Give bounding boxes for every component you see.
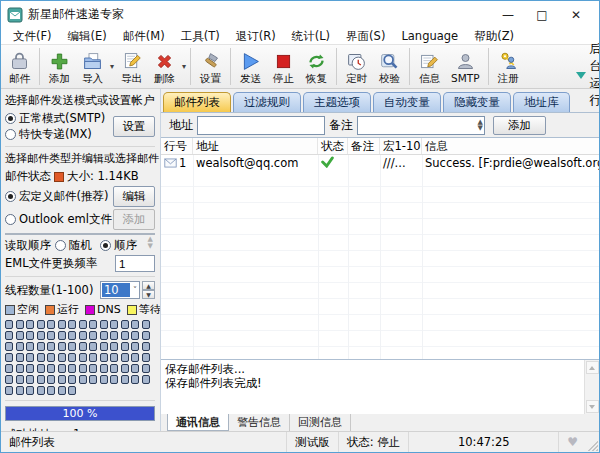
log-scrollbar[interactable] <box>584 360 599 414</box>
maximize-button[interactable]: □ <box>525 4 559 26</box>
eml-file-listbox[interactable]: ▲▼ <box>5 233 155 235</box>
col-info[interactable]: 信息 <box>422 138 599 154</box>
thread-count-select[interactable]: 10 ˅ <box>100 281 140 299</box>
row-number: 1 <box>179 156 186 170</box>
verify-button[interactable]: 校验 <box>373 46 406 87</box>
window-title: 新星邮件速递专家 <box>28 6 491 23</box>
add-button[interactable]: 添加 <box>43 46 76 87</box>
col-note[interactable]: 备注 <box>348 138 380 154</box>
thread-cell <box>47 364 55 373</box>
menu-mail[interactable]: 邮件(M) <box>115 29 173 44</box>
scroll-up-icon[interactable] <box>586 361 599 374</box>
eml-frequency-input[interactable] <box>115 255 155 272</box>
tab-comm-info[interactable]: 通讯信息 <box>167 414 229 431</box>
scroll-down-icon[interactable] <box>586 400 599 413</box>
thread-cell <box>58 364 66 373</box>
timer-button[interactable]: 定时 <box>340 46 373 87</box>
delete-button[interactable]: 删除 <box>148 46 181 87</box>
thread-cell <box>26 331 34 340</box>
close-button[interactable]: ✕ <box>559 4 593 26</box>
app-window: 新星邮件速递专家 — □ ✕ 文件(F) 编辑(E) 邮件(M) 工具(T) 退… <box>0 0 600 453</box>
import-button[interactable]: 导入 <box>76 46 109 87</box>
thread-cell <box>5 320 13 329</box>
menu-file[interactable]: 文件(F) <box>5 29 60 44</box>
tab-feedback-info[interactable]: 回测信息 <box>290 414 351 431</box>
toolbar-separator <box>39 48 40 85</box>
thread-cell <box>100 342 108 351</box>
minimize-button[interactable]: — <box>491 4 525 26</box>
menu-help[interactable]: 帮助(Z) <box>466 29 522 44</box>
thread-cell <box>79 353 87 362</box>
thread-cell <box>131 375 139 384</box>
status-left: 邮件列表 <box>1 432 287 452</box>
register-button[interactable]: 注册 <box>492 46 525 87</box>
tab-hidden-variables[interactable]: 隐藏变量 <box>443 92 511 112</box>
tab-subject-options[interactable]: 主题选项 <box>303 92 371 112</box>
tab-address-library[interactable]: 地址库 <box>513 92 570 112</box>
mail-button[interactable]: 邮件 <box>3 46 36 87</box>
col-address[interactable]: 地址 <box>193 138 318 154</box>
info-button[interactable]: 信息 <box>413 46 446 87</box>
triangle-down-icon <box>576 72 586 79</box>
col-row-no[interactable]: 行号 <box>161 138 193 154</box>
thread-cell <box>121 320 129 329</box>
thread-cell <box>110 331 118 340</box>
note-spinner-icon[interactable]: ▲▼ <box>478 119 483 131</box>
read-order-row: 读取顺序 随机 顺序 <box>5 238 155 253</box>
radio-express-mode[interactable]: 特快专递(MX) <box>5 127 113 142</box>
thread-count-stepper[interactable]: ▲▼ <box>142 281 155 299</box>
waiting-color-chip <box>127 305 137 315</box>
delete-dropdown-icon[interactable]: ▾ <box>181 46 187 87</box>
radio-normal-mode[interactable]: 正常模式(SMTP) <box>5 111 113 126</box>
menu-unsubscribe[interactable]: 退订(R) <box>228 29 284 44</box>
thread-cell <box>58 386 66 395</box>
thread-cell <box>37 320 45 329</box>
export-button[interactable]: 导出 <box>115 46 148 87</box>
resume-icon <box>306 51 327 72</box>
log-panel: 保存邮件列表... 保存邮件列表完成! <box>161 359 599 414</box>
radio-sequential[interactable] <box>100 240 111 251</box>
smtp-icon <box>455 51 476 72</box>
thread-cell <box>37 331 45 340</box>
menu-bar: 文件(F) 编辑(E) 邮件(M) 工具(T) 退订(R) 统计(L) 界面(S… <box>1 28 599 45</box>
tab-mail-list[interactable]: 邮件列表 <box>163 92 231 112</box>
menu-stats[interactable]: 统计(L) <box>284 29 338 44</box>
col-macro[interactable]: 宏1-10 <box>380 138 422 154</box>
menu-ui[interactable]: 界面(S) <box>338 29 393 44</box>
resize-grip[interactable] <box>586 439 598 451</box>
content: 选择邮件发送模式或设置帐户 正常模式(SMTP) 特快专递(MX) 设置 <box>1 89 599 431</box>
settings-button[interactable]: 设置 <box>194 46 227 87</box>
col-status[interactable]: 状态 <box>318 138 348 154</box>
send-button[interactable]: 发送 <box>234 46 267 87</box>
table-row[interactable]: 1 wealsoft@qq.com ///... Success. [F:prd… <box>161 155 599 171</box>
resume-button[interactable]: 恢复 <box>300 46 333 87</box>
note-input[interactable] <box>357 116 485 135</box>
thread-cell <box>68 353 76 362</box>
tab-warning-info[interactable]: 警告信息 <box>229 414 290 431</box>
menu-tools[interactable]: 工具(T) <box>173 29 228 44</box>
background-run-button[interactable]: 后台运行 <box>572 41 600 112</box>
tab-filter-rules[interactable]: 过滤规则 <box>233 92 301 112</box>
address-input[interactable] <box>197 116 325 135</box>
menu-language[interactable]: Language <box>393 29 466 43</box>
thread-cell <box>26 386 34 395</box>
radio-macro-mail[interactable]: 宏定义邮件(推荐) 编辑 <box>5 186 155 207</box>
note-label: 备注 <box>329 117 353 134</box>
settings-account-button[interactable]: 设置 <box>113 116 155 137</box>
radio-random[interactable] <box>55 240 66 251</box>
toolbar-separator <box>336 48 337 85</box>
stop-button[interactable]: 停止 <box>267 46 300 87</box>
add-eml-button: 添加 <box>113 209 155 230</box>
menu-edit[interactable]: 编辑(E) <box>60 29 115 44</box>
thread-cell <box>68 375 76 384</box>
divider <box>5 276 155 277</box>
listbox-spinner-icon: ▲▼ <box>148 236 153 250</box>
thread-legend: 空闲 运行 DNS 等待 <box>5 302 155 317</box>
add-address-button[interactable]: 添加 <box>493 116 546 135</box>
thread-count-row: 线程数量(1-100) 10 ˅ ▲▼ <box>5 281 155 299</box>
tab-auto-variables[interactable]: 自动变量 <box>373 92 441 112</box>
smtp-button[interactable]: SMTP <box>446 46 484 87</box>
edit-mail-button[interactable]: 编辑 <box>113 186 155 207</box>
thread-cell <box>110 353 118 362</box>
radio-outlook-eml[interactable]: Outlook eml文件 添加 <box>5 209 155 230</box>
